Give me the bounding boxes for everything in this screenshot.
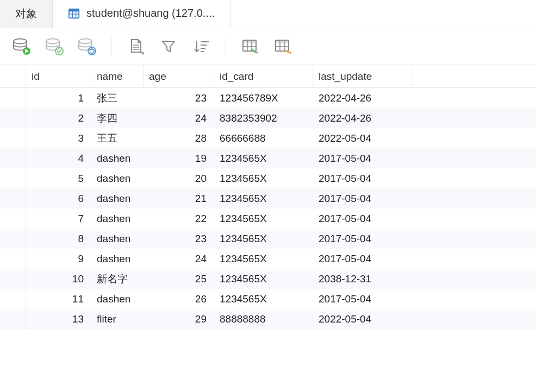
tab-objects[interactable]: 对象 (0, 0, 53, 28)
cell-id-card[interactable]: 1234565X (214, 168, 313, 188)
cell-age[interactable]: 21 (144, 188, 214, 208)
cell-id[interactable]: 11 (26, 289, 91, 309)
cell-age[interactable]: 20 (144, 168, 214, 188)
cell-id-card[interactable]: 1234565X (214, 249, 313, 269)
cell-age[interactable]: 23 (144, 229, 214, 249)
cell-name[interactable]: dashen (91, 249, 144, 269)
cell-last-update[interactable]: 2017-05-04 (313, 249, 413, 269)
cell-last-update[interactable]: 2017-05-04 (313, 208, 413, 229)
row-gutter (0, 88, 26, 108)
commit-button[interactable] (42, 35, 65, 58)
cell-id[interactable]: 13 (26, 309, 91, 329)
export-button[interactable] (272, 35, 295, 58)
cell-id[interactable]: 5 (26, 168, 91, 188)
table-row[interactable]: 1张三23123456789X2022-04-26 (0, 88, 536, 108)
cell-last-update[interactable]: 2038-12-31 (313, 269, 413, 289)
cell-id-card[interactable]: 66666688 (214, 128, 313, 148)
row-gutter (0, 309, 26, 329)
cell-age[interactable]: 23 (144, 88, 214, 108)
cell-age[interactable]: 24 (144, 108, 214, 128)
run-query-button[interactable] (10, 35, 33, 58)
cell-name[interactable]: dashen (91, 229, 144, 249)
cell-id[interactable]: 4 (26, 148, 91, 168)
cell-name[interactable]: dashen (91, 289, 144, 309)
cell-id-card[interactable]: 8382353902 (214, 108, 313, 128)
cell-name[interactable]: 李四 (91, 108, 144, 128)
table-row[interactable]: 5dashen201234565X2017-05-04 (0, 168, 536, 188)
cell-last-update[interactable]: 2017-05-04 (313, 148, 413, 168)
cell-name[interactable]: dashen (91, 208, 144, 229)
cell-id-card[interactable]: 88888888 (214, 309, 313, 329)
toolbar-separator (111, 37, 111, 56)
cell-id[interactable]: 2 (26, 108, 91, 128)
cell-name[interactable]: 张三 (91, 88, 144, 108)
table-row[interactable]: 6dashen211234565X2017-05-04 (0, 188, 536, 208)
sort-button[interactable] (190, 35, 213, 58)
table-row[interactable]: 11dashen261234565X2017-05-04 (0, 289, 536, 309)
cell-age[interactable]: 24 (144, 249, 214, 269)
column-header-last-update[interactable]: last_update (313, 65, 413, 87)
column-header-id[interactable]: id (26, 65, 91, 87)
cell-age[interactable]: 29 (144, 309, 214, 329)
refresh-button[interactable] (75, 35, 98, 58)
cell-id-card[interactable]: 1234565X (214, 229, 313, 249)
table-row[interactable]: 9dashen241234565X2017-05-04 (0, 249, 536, 269)
cell-id[interactable]: 7 (26, 208, 91, 229)
cell-name[interactable]: fliter (91, 309, 144, 329)
table-row[interactable]: 7dashen221234565X2017-05-04 (0, 208, 536, 229)
table-header: id name age id_card last_update (0, 65, 536, 88)
cell-id-card[interactable]: 123456789X (214, 88, 313, 108)
import-button[interactable] (239, 35, 262, 58)
cell-name[interactable]: dashen (91, 148, 144, 168)
svg-point-5 (14, 39, 27, 43)
cell-age[interactable]: 26 (144, 289, 214, 309)
column-header-age[interactable]: age (144, 65, 214, 87)
table-row[interactable]: 13fliter29888888882022-05-04 (0, 309, 536, 329)
row-gutter (0, 65, 26, 87)
cell-last-update[interactable]: 2017-05-04 (313, 168, 413, 188)
filter-button[interactable] (157, 35, 180, 58)
table-row[interactable]: 4dashen191234565X2017-05-04 (0, 148, 536, 168)
cell-name[interactable]: dashen (91, 168, 144, 188)
column-header-name[interactable]: name (91, 65, 144, 87)
table-row[interactable]: 10新名字251234565X2038-12-31 (0, 269, 536, 289)
cell-name[interactable]: dashen (91, 188, 144, 208)
row-gutter (0, 128, 26, 148)
table-icon (68, 8, 80, 20)
cell-last-update[interactable]: 2022-04-26 (313, 108, 413, 128)
cell-last-update[interactable]: 2017-05-04 (313, 229, 413, 249)
cell-id-card[interactable]: 1234565X (214, 208, 313, 229)
row-gutter (0, 148, 26, 168)
cell-id[interactable]: 1 (26, 88, 91, 108)
cell-age[interactable]: 25 (144, 269, 214, 289)
cell-name[interactable]: 新名字 (91, 269, 144, 289)
cell-id-card[interactable]: 1234565X (214, 148, 313, 168)
row-gutter (0, 168, 26, 188)
cell-id-card[interactable]: 1234565X (214, 188, 313, 208)
table-body: 1张三23123456789X2022-04-262李四248382353902… (0, 88, 536, 329)
cell-age[interactable]: 28 (144, 128, 214, 148)
tab-objects-label: 对象 (15, 7, 37, 21)
column-header-id-card[interactable]: id_card (214, 65, 313, 87)
tab-student-table[interactable]: student@shuang (127.0.... (53, 0, 230, 28)
svg-rect-1 (69, 9, 79, 11)
cell-last-update[interactable]: 2017-05-04 (313, 188, 413, 208)
cell-age[interactable]: 22 (144, 208, 214, 229)
cell-last-update[interactable]: 2022-04-26 (313, 88, 413, 108)
cell-id[interactable]: 8 (26, 229, 91, 249)
cell-id[interactable]: 6 (26, 188, 91, 208)
cell-age[interactable]: 19 (144, 148, 214, 168)
cell-last-update[interactable]: 2022-05-04 (313, 128, 413, 148)
cell-id[interactable]: 10 (26, 269, 91, 289)
table-row[interactable]: 8dashen231234565X2017-05-04 (0, 229, 536, 249)
cell-last-update[interactable]: 2017-05-04 (313, 289, 413, 309)
cell-id-card[interactable]: 1234565X (214, 289, 313, 309)
cell-name[interactable]: 王五 (91, 128, 144, 148)
cell-id[interactable]: 3 (26, 128, 91, 148)
cell-id-card[interactable]: 1234565X (214, 269, 313, 289)
table-row[interactable]: 2李四2483823539022022-04-26 (0, 108, 536, 128)
cell-id[interactable]: 9 (26, 249, 91, 269)
edit-document-button[interactable] (124, 35, 147, 58)
cell-last-update[interactable]: 2022-05-04 (313, 309, 413, 329)
table-row[interactable]: 3王五28666666882022-05-04 (0, 128, 536, 148)
